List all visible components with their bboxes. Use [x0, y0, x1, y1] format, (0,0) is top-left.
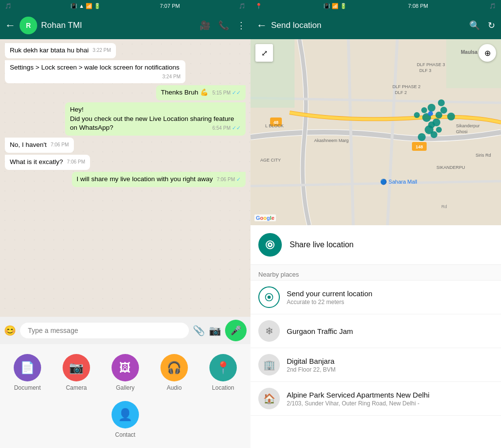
- nearby-item-digital[interactable]: 🏢Digital Banjara2nd Floor 22, BVM: [250, 348, 501, 382]
- message-bubble: Settings > Lock screen > wale lock scree…: [5, 60, 185, 83]
- svg-point-29: [447, 113, 455, 120]
- nearby-item-current[interactable]: Send your current locationAccurate to 22…: [250, 281, 501, 314]
- traffic-place-icon: ❄: [258, 320, 280, 342]
- camera-icon[interactable]: 📷: [209, 325, 221, 336]
- svg-text:Maulsa: Maulsa: [461, 49, 478, 55]
- document-label: Document: [14, 384, 41, 391]
- document-icon-circle: 📄: [14, 354, 41, 381]
- nearby-item-alpine[interactable]: 🏠Alpine Park Serviced Apartments New Del…: [250, 382, 501, 416]
- attachment-item-contact[interactable]: 👤Contact: [106, 401, 145, 438]
- messages-area: Ruk dekh kar btata hu bhai3:22 PMSetting…: [0, 39, 250, 317]
- digital-place-icon: 🏢: [258, 354, 280, 376]
- attachment-item-gallery[interactable]: 🖼Gallery: [106, 354, 145, 391]
- right-time: 7:08 PM: [408, 3, 428, 9]
- share-live-location-button[interactable]: Share live location: [250, 225, 501, 265]
- attachment-item-document[interactable]: 📄Document: [8, 354, 47, 391]
- svg-text:Ghosi: Ghosi: [456, 129, 468, 134]
- right-location-icon: 📍: [255, 3, 262, 9]
- current-info: Send your current locationAccurate to 22…: [287, 289, 493, 306]
- message-text: No, I haven't: [10, 141, 46, 148]
- chat-header: ← R Rohan TMI 🎥 📞 ⋮: [0, 12, 250, 39]
- share-live-icon: [258, 233, 282, 257]
- attachment-item-audio[interactable]: 🎧Audio: [155, 354, 194, 391]
- svg-point-21: [428, 104, 435, 112]
- svg-point-34: [418, 133, 426, 141]
- svg-text:Sikanderpur: Sikanderpur: [456, 123, 480, 128]
- message-text: What is it excatly?: [10, 158, 63, 165]
- svg-point-25: [440, 107, 447, 114]
- svg-text:Siris Rd: Siris Rd: [476, 153, 491, 158]
- svg-text:Rd: Rd: [441, 204, 447, 209]
- nearby-item-traffic[interactable]: ❄Gurgaon Traffic Jam: [250, 314, 501, 348]
- svg-point-40: [268, 296, 271, 299]
- google-logo: Google: [254, 214, 276, 221]
- digital-info: Digital Banjara2nd Floor 22, BVM: [287, 357, 493, 373]
- nearby-places-list: Send your current locationAccurate to 22…: [250, 281, 501, 448]
- location-label: Location: [212, 384, 234, 391]
- svg-text:🔵 Sahara Mall: 🔵 Sahara Mall: [380, 178, 417, 185]
- emoji-icon[interactable]: 😊: [4, 325, 16, 336]
- traffic-name: Gurgaon Traffic Jam: [287, 327, 493, 335]
- more-options-icon[interactable]: ⋮: [237, 20, 246, 31]
- message-input[interactable]: [20, 323, 189, 338]
- message-time: 3:24 PM: [162, 73, 181, 80]
- right-status-icons: 📳 📶 🔋: [323, 3, 347, 9]
- alpine-name: Alpine Park Serviced Apartments New Delh…: [287, 391, 493, 399]
- svg-point-38: [269, 244, 271, 246]
- attachment-item-camera[interactable]: 📷Camera: [57, 354, 96, 391]
- svg-text:SIKANDERPU: SIKANDERPU: [436, 165, 465, 170]
- svg-point-22: [435, 112, 442, 118]
- right-status-bar: 📍 📳 📶 🔋 7:08 PM 🎵: [250, 0, 501, 12]
- message-bubble: I will share my live location with you r…: [72, 172, 246, 187]
- svg-point-30: [438, 99, 445, 106]
- message-time: 6:54 PM ✓✓: [212, 124, 241, 132]
- message-bubble: No, I haven't7:06 PM: [5, 138, 74, 153]
- location-header-title: Send location: [271, 21, 465, 30]
- message-time: 7:06 PM: [67, 159, 85, 165]
- map-area: 148 48 Maulsa DLF PHASE 3 DLF 3 DLF PHAS…: [250, 39, 501, 225]
- location-search-icon[interactable]: 🔍: [469, 20, 480, 31]
- map-locate-button[interactable]: ⊕: [478, 44, 496, 62]
- contact-icon-circle: 👤: [112, 401, 139, 428]
- svg-point-35: [428, 111, 433, 116]
- attach-icon[interactable]: 📎: [193, 325, 205, 336]
- location-header-icons: 🔍 ↻: [469, 20, 495, 31]
- attachment-item-location[interactable]: 📍Location: [204, 354, 243, 391]
- voice-call-icon[interactable]: 📞: [218, 20, 229, 31]
- camera-label: Camera: [66, 384, 87, 391]
- message-bubble: Ruk dekh kar btata hu bhai3:22 PM: [5, 43, 116, 58]
- message-bubble: Thenks Bruh 💪5:15 PM ✓✓: [156, 85, 246, 100]
- digital-sub: 2nd Floor 22, BVM: [287, 366, 493, 373]
- alpine-place-icon: 🏠: [258, 388, 280, 409]
- svg-text:Akashneem Marg: Akashneem Marg: [314, 138, 349, 143]
- svg-text:148: 148: [415, 144, 423, 149]
- location-refresh-icon[interactable]: ↻: [488, 20, 495, 31]
- message-text: Ruk dekh kar btata hu bhai: [10, 47, 89, 54]
- camera-icon-circle: 📷: [63, 354, 90, 381]
- chat-panel: Ruk dekh kar btata hu bhai3:22 PMSetting…: [0, 39, 250, 448]
- svg-text:DLF PHASE 3: DLF PHASE 3: [417, 62, 445, 67]
- message-bubble: What is it excatly?7:06 PM: [5, 155, 90, 170]
- current-sub: Accurate to 22 meters: [287, 299, 493, 306]
- chat-contact-name: Rohan TMI: [41, 21, 196, 30]
- expand-icon: ⤢: [261, 48, 268, 58]
- video-call-icon[interactable]: 🎥: [200, 20, 210, 31]
- chat-back-button[interactable]: ←: [5, 19, 16, 32]
- contact-label: Contact: [115, 431, 135, 438]
- mic-button[interactable]: 🎤: [225, 320, 247, 341]
- left-status-bar: 🎵 📳 ▲ 📶 🔋 7:07 PM 🎵: [0, 0, 250, 12]
- message-text: Hey! Did you check out the new Live Loca…: [70, 106, 234, 132]
- svg-point-33: [436, 127, 442, 133]
- svg-text:AGE CITY: AGE CITY: [260, 158, 281, 163]
- message-time: 7:06 PM: [50, 141, 68, 148]
- audio-icon-circle: 🎧: [160, 354, 188, 381]
- left-spotify-icon: 🎵: [239, 3, 246, 9]
- location-back-button[interactable]: ←: [256, 19, 267, 32]
- right-app-icon: 🎵: [489, 3, 496, 9]
- left-time: 7:07 PM: [160, 3, 180, 9]
- chat-header-icons: 🎥 📞 ⋮: [200, 20, 246, 31]
- location-header: ← Send location 🔍 ↻: [250, 12, 501, 39]
- digital-name: Digital Banjara: [287, 357, 493, 365]
- message-text: I will share my live location with you r…: [77, 175, 213, 183]
- map-expand-button[interactable]: ⤢: [255, 44, 273, 62]
